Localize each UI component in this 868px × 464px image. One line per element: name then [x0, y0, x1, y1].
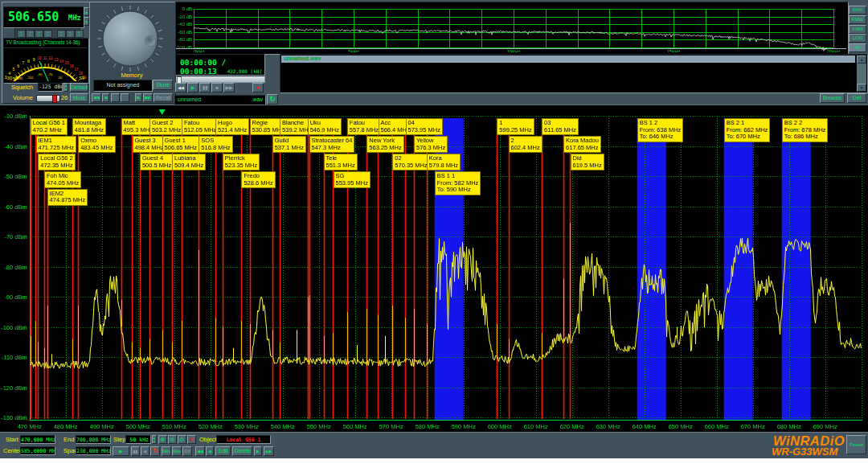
- signal-label[interactable]: Mountaga481.8 MHz: [72, 118, 106, 135]
- memory-recall-button[interactable]: Recall: [154, 93, 173, 102]
- band-label[interactable]: BS 1 1From: 582 MHzTo: 590 MHz: [435, 171, 481, 195]
- audio-mode-af-button[interactable]: AF: [849, 43, 866, 52]
- object-edit-button[interactable]: Edit: [215, 446, 231, 456]
- squelch-field[interactable]: -125 dBm: [38, 83, 63, 92]
- signal-label[interactable]: 03611.65 MHz: [542, 118, 579, 135]
- sweep-refresh-icon[interactable]: ↻: [150, 446, 160, 456]
- scroll-up-icon[interactable]: ▲: [857, 55, 866, 64]
- signal-label[interactable]: Guest 4500.5 MHz: [140, 154, 174, 170]
- signal-label[interactable]: Tele551.3 MHz: [324, 154, 358, 170]
- object-next-button[interactable]: ▶: [254, 446, 262, 456]
- signal-label[interactable]: Guild537.1 MHz: [272, 136, 306, 153]
- digit-spinner[interactable]: ▲▼: [57, 30, 66, 38]
- digit-spinner[interactable]: ▲▼: [35, 30, 43, 38]
- signal-label[interactable]: Hugo521.4 MHz: [215, 118, 249, 135]
- signal-label[interactable]: 02570.35 MHz: [392, 154, 429, 170]
- file-list-scrollbar[interactable]: ▲ ▼: [857, 55, 866, 92]
- signal-label[interactable]: Fatou512.05 MHz: [182, 118, 219, 135]
- volume-slider[interactable]: [36, 95, 60, 102]
- object-last-button[interactable]: ▶▶: [264, 446, 274, 456]
- signal-label[interactable]: Kora579.8 MHz: [427, 154, 461, 170]
- object-delete-button[interactable]: Delete: [232, 446, 252, 456]
- max-button[interactable]: Max: [172, 446, 182, 456]
- scroll-down-icon[interactable]: ▼: [857, 84, 866, 92]
- audio-mode-fmw-button[interactable]: FMW: [849, 15, 866, 24]
- memory-prev-button[interactable]: ◀: [102, 93, 109, 102]
- object-prev-button[interactable]: ◀: [206, 446, 214, 456]
- signal-label[interactable]: Local G56 1470.2 MHz: [31, 118, 68, 135]
- object-field[interactable]: Local G56 1: [216, 435, 271, 444]
- object-first-button[interactable]: ◀◀: [195, 446, 205, 456]
- signal-label[interactable]: Did619.5 MHz: [571, 154, 604, 170]
- min-button[interactable]: Min: [162, 446, 171, 456]
- sweep-stop-button[interactable]: ■: [141, 446, 149, 456]
- band-label[interactable]: BS 1 2From: 638 MHzTo: 646 MHz: [637, 118, 684, 142]
- step-field[interactable]: 50 kHz: [125, 435, 151, 444]
- digit-spinner[interactable]: ▲▼: [43, 30, 52, 38]
- signal-label[interactable]: 04573.95 MHz: [406, 118, 443, 135]
- recorder-play-button[interactable]: ▶: [187, 83, 199, 92]
- end-field[interactable]: 700,000 MHz: [76, 435, 111, 444]
- start-field[interactable]: 470,000 MHz: [20, 435, 55, 444]
- signal-label[interactable]: Guest 3498.4 MHz: [133, 136, 166, 153]
- recorder-stop-button[interactable]: ■: [211, 83, 223, 92]
- signal-label[interactable]: Uku546.9 MHz: [308, 118, 342, 135]
- memory-first-button[interactable]: ◀◀: [92, 93, 101, 102]
- signal-label[interactable]: Fatou557.8 MHz: [347, 118, 381, 135]
- signal-label[interactable]: Oxmo483.45 MHz: [78, 136, 115, 153]
- signal-label[interactable]: Local G56 2472.35 MHz: [38, 154, 75, 170]
- audio-mode-log-button[interactable]: LOG: [849, 34, 866, 43]
- memory-store-button[interactable]: Store: [153, 80, 173, 90]
- frequency-up-button[interactable]: ▲: [84, 7, 89, 16]
- digit-spinner[interactable]: ▲▼: [75, 30, 84, 38]
- signal-label[interactable]: 2602.4 MHz: [509, 136, 542, 153]
- squelch-default-button[interactable]: Default: [70, 83, 88, 92]
- frequency-down-button[interactable]: ▼: [84, 17, 89, 26]
- signal-label[interactable]: New York563.25 MHz: [366, 136, 403, 153]
- power-button[interactable]: Power: [846, 435, 866, 454]
- signal-label[interactable]: 1599.25 MHz: [497, 118, 534, 135]
- zoom-select-icon[interactable]: ⊙: [178, 435, 186, 444]
- signal-label[interactable]: Lubiana509.4 MHz: [172, 154, 206, 170]
- signal-label[interactable]: SG553.95 MHz: [334, 171, 371, 188]
- zoom-out-icon[interactable]: ⊖: [168, 435, 177, 444]
- recorder-forward-button[interactable]: ▶▶: [223, 83, 235, 92]
- audio-mode-fmn-button[interactable]: FMN: [849, 25, 866, 34]
- signal-label[interactable]: Stratocaster 64547.3 MHz: [309, 136, 355, 153]
- squelch-spinner[interactable]: ▲▼: [63, 83, 68, 92]
- step-spinner[interactable]: ▲▼: [152, 435, 157, 444]
- digit-spinner[interactable]: ▲▼: [66, 30, 75, 38]
- memory-last-button[interactable]: ▶▶: [143, 93, 153, 102]
- memory-next-button[interactable]: ▶: [135, 93, 142, 102]
- zoom-reset-icon[interactable]: ✕: [187, 435, 196, 444]
- sweep-pause-button[interactable]: ▮▮: [131, 446, 140, 456]
- digit-spinner[interactable]: ▲▼: [26, 30, 35, 38]
- digit-spinner[interactable]: ▲▼: [17, 30, 26, 38]
- center-field[interactable]: 585,0000 MHz: [20, 446, 55, 455]
- audio-mode-pan-button[interactable]: PAN: [849, 6, 866, 14]
- sweep-play-button[interactable]: ▶: [113, 446, 129, 456]
- browse-button[interactable]: Browse: [820, 93, 845, 103]
- signal-label[interactable]: Fredo528.6 MHz: [241, 171, 275, 188]
- recorder-pause-button[interactable]: ▮▮: [199, 83, 211, 92]
- signal-label[interactable]: Yellow576.3 MHz: [414, 136, 448, 153]
- mute-button[interactable]: Mute: [70, 93, 88, 102]
- signal-label[interactable]: Guest 2503.2 MHz: [149, 118, 183, 135]
- refresh-icon[interactable]: ↻: [267, 94, 278, 105]
- band-label[interactable]: BS 2 1From: 662 MHzTo: 670 MHz: [724, 118, 771, 142]
- memory-slot-button-2[interactable]: [121, 93, 129, 102]
- signal-label[interactable]: SOS516.8 MHz: [199, 136, 232, 153]
- recorder-progress-bar[interactable]: [175, 76, 265, 83]
- tuning-knob[interactable]: [90, 2, 174, 72]
- span-field[interactable]: 230,000 MHz: [76, 446, 111, 455]
- signal-label[interactable]: Guest 1506.65 MHz: [162, 136, 199, 153]
- signal-label[interactable]: Kora Madou617.65 MHz: [563, 136, 601, 153]
- recorder-record-button[interactable]: ●: [252, 83, 264, 92]
- memory-slot-button-1[interactable]: [111, 93, 120, 102]
- recorder-rewind-button[interactable]: ◀◀: [175, 83, 186, 92]
- band-label[interactable]: BS 2 2From: 678 MHzTo: 686 MHz: [782, 118, 829, 142]
- volume-slider-handle[interactable]: [52, 95, 57, 103]
- zoom-in-icon[interactable]: ⊕: [158, 435, 167, 444]
- file-list-selected-row[interactable]: unnamed.wav: [281, 55, 855, 63]
- signal-label[interactable]: IEM1471.725 MHz: [36, 136, 77, 153]
